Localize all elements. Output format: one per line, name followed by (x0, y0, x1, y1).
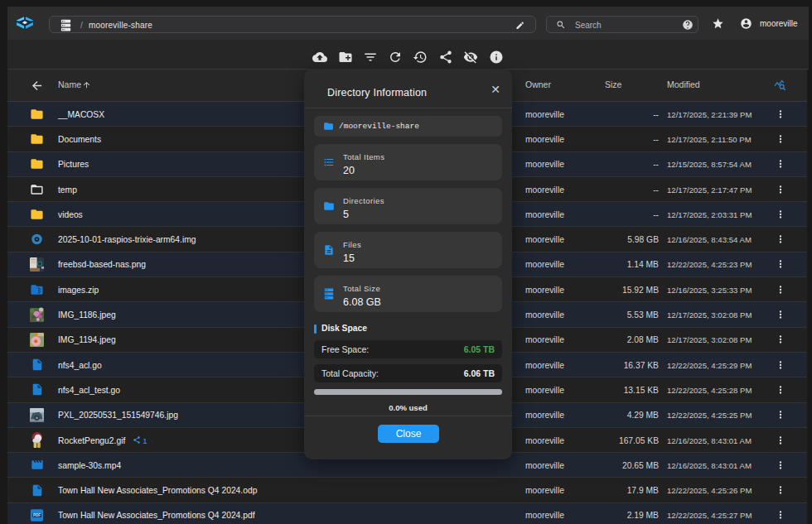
svg-text:PDF: PDF (33, 513, 41, 517)
